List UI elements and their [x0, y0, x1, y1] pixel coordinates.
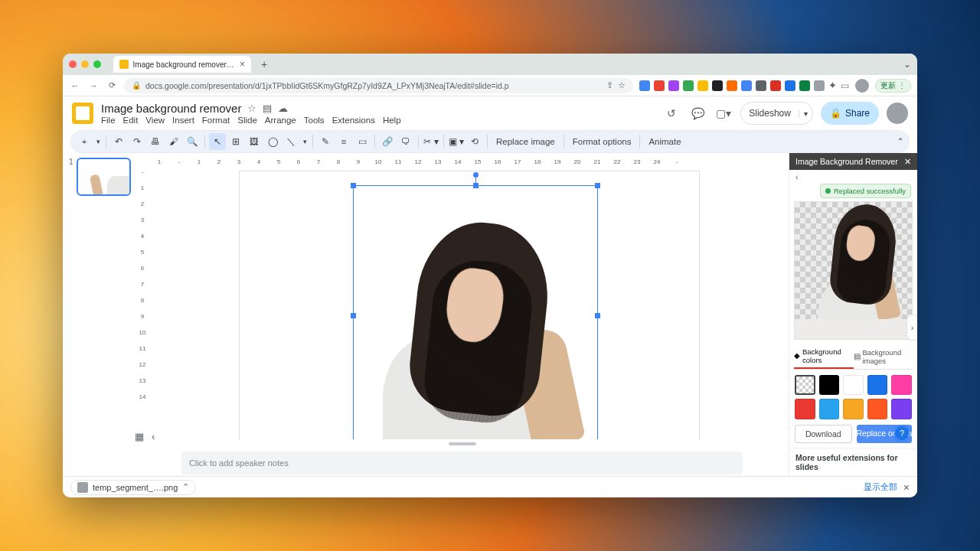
history-icon[interactable]: ↺	[662, 104, 681, 122]
slide-canvas[interactable]	[240, 171, 699, 439]
redo-button[interactable]: ↷	[129, 133, 145, 150]
rotate-handle[interactable]	[473, 172, 479, 178]
slideshow-dropdown-icon[interactable]: ▾	[799, 109, 812, 118]
browser-tab[interactable]: Image background remover - G ×	[113, 56, 251, 73]
textbox-button[interactable]: ⊞	[227, 133, 244, 150]
replace-original-button[interactable]: Replace original image ?	[857, 425, 913, 443]
extension-icon[interactable]	[770, 80, 781, 91]
animate-button[interactable]: Animate	[644, 137, 685, 146]
color-swatch[interactable]	[867, 375, 888, 396]
maximize-window-button[interactable]	[93, 60, 101, 68]
tab-background-images[interactable]: ▤ Background images	[854, 344, 913, 369]
cloud-status-icon[interactable]: ☁	[278, 103, 288, 114]
slide-editor[interactable]	[149, 165, 789, 439]
close-extension-icon[interactable]: ✕	[904, 157, 911, 166]
forward-button[interactable]: →	[87, 80, 100, 92]
share-button[interactable]: 🔒 Share	[821, 102, 879, 125]
extension-icon[interactable]	[697, 80, 708, 91]
back-button[interactable]: ←	[69, 80, 81, 92]
color-swatch[interactable]	[795, 375, 815, 396]
side-panel-icon[interactable]: ▭	[841, 80, 849, 91]
speaker-notes[interactable]: Click to add speaker notes	[181, 452, 743, 474]
extension-icon[interactable]	[639, 80, 650, 91]
url-input[interactable]	[145, 81, 602, 90]
resize-handle[interactable]	[473, 183, 479, 188]
download-item[interactable]: temp_segment_….png ⌃	[70, 480, 196, 495]
menu-edit[interactable]: Edit	[123, 116, 139, 125]
format-options-button[interactable]: Format options	[568, 137, 636, 146]
address-bar[interactable]: 🔒 ⇪ ☆	[124, 78, 633, 93]
undo-button[interactable]: ↶	[110, 133, 127, 150]
crop-button[interactable]: ▣ ▾	[448, 133, 465, 150]
border-dash-button[interactable]: ▭	[354, 133, 371, 150]
extension-icon[interactable]	[799, 80, 810, 91]
color-swatch[interactable]	[867, 399, 888, 419]
tab-search-icon[interactable]: ⌄	[903, 59, 911, 70]
extension-back-button[interactable]: ‹	[789, 170, 917, 184]
download-button[interactable]: Download	[795, 425, 852, 443]
shape-button[interactable]: ◯	[264, 133, 281, 150]
select-tool-button[interactable]: ↖	[209, 133, 226, 150]
slideshow-button[interactable]: Slideshow ▾	[740, 102, 813, 125]
comments-icon[interactable]: 💬	[688, 104, 707, 122]
color-swatch[interactable]	[843, 399, 864, 419]
extensions-menu-icon[interactable]: ✦	[828, 80, 837, 91]
extension-icon[interactable]	[654, 80, 665, 91]
extension-icon[interactable]	[756, 80, 766, 91]
star-icon[interactable]: ☆	[247, 103, 256, 114]
link-button[interactable]: 🔗	[379, 133, 396, 150]
extension-icon[interactable]	[814, 80, 825, 91]
extension-icon[interactable]	[727, 80, 737, 91]
bookmark-star-icon[interactable]: ☆	[618, 80, 626, 90]
collapse-toolbar-icon[interactable]: ⌃	[897, 136, 904, 147]
border-weight-button[interactable]: ≡	[335, 133, 352, 150]
share-page-icon[interactable]: ⇪	[606, 80, 613, 90]
menu-arrange[interactable]: Arrange	[265, 116, 296, 125]
new-slide-button[interactable]: +	[76, 133, 93, 150]
grid-view-icon[interactable]: ▦	[135, 431, 144, 442]
color-swatch[interactable]	[819, 375, 840, 396]
reload-button[interactable]: ⟳	[106, 80, 118, 92]
resize-handle[interactable]	[351, 183, 356, 188]
account-avatar[interactable]	[887, 103, 908, 124]
color-swatch[interactable]	[795, 399, 815, 419]
zoom-button[interactable]: 🔍	[184, 133, 201, 150]
border-color-button[interactable]: ✎	[317, 133, 334, 150]
extension-icon[interactable]	[785, 80, 795, 91]
menu-format[interactable]: Format	[202, 116, 230, 125]
collapse-filmstrip-icon[interactable]: ‹	[152, 431, 155, 442]
reset-image-button[interactable]: ⟲	[466, 133, 483, 150]
close-window-button[interactable]	[69, 60, 77, 68]
replace-image-button[interactable]: Replace image	[492, 137, 560, 146]
color-swatch[interactable]	[819, 399, 840, 419]
resize-handle[interactable]	[595, 183, 600, 188]
extension-icon[interactable]	[683, 80, 694, 91]
print-button[interactable]: 🖶	[147, 133, 164, 150]
profile-avatar[interactable]	[855, 79, 869, 93]
line-button[interactable]: ＼	[283, 133, 299, 150]
collapse-sidebar-icon[interactable]: ›	[906, 315, 917, 341]
line-dropdown-icon[interactable]: ▾	[301, 133, 309, 150]
show-all-downloads-button[interactable]: 显示全部	[864, 481, 897, 493]
move-icon[interactable]: ▤	[263, 103, 272, 114]
close-tab-icon[interactable]: ×	[240, 59, 245, 70]
new-tab-button[interactable]: +	[257, 57, 271, 71]
menu-view[interactable]: View	[145, 116, 165, 125]
meet-icon[interactable]: ▢▾	[714, 104, 733, 122]
menu-tools[interactable]: Tools	[304, 116, 325, 125]
mask-image-button[interactable]: ✂ ▾	[423, 133, 439, 150]
notes-resize-handle[interactable]	[136, 439, 789, 448]
more-extensions-link[interactable]: More useful extensions for slides	[789, 448, 917, 476]
menu-extensions[interactable]: Extensions	[332, 116, 375, 125]
image-button[interactable]: 🖼	[246, 133, 263, 150]
slides-logo-icon[interactable]	[72, 103, 93, 124]
new-slide-dropdown-icon[interactable]: ▾	[94, 133, 102, 150]
chevron-up-icon[interactable]: ⌃	[182, 482, 189, 492]
menu-slide[interactable]: Slide	[237, 116, 257, 125]
image-selection[interactable]	[353, 185, 598, 439]
extension-icon[interactable]	[712, 80, 723, 91]
color-swatch[interactable]	[891, 399, 912, 419]
minimize-window-button[interactable]	[81, 60, 89, 68]
menu-insert[interactable]: Insert	[172, 116, 194, 125]
menu-help[interactable]: Help	[383, 116, 401, 125]
